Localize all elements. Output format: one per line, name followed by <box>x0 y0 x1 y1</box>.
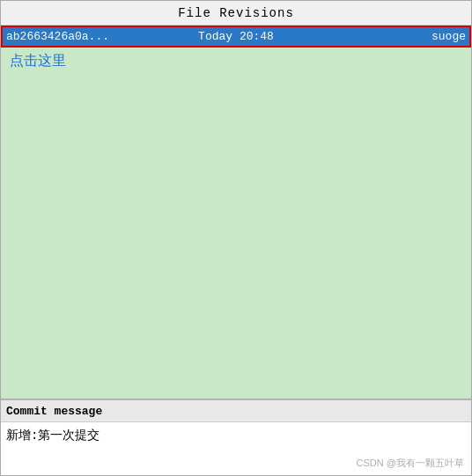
revision-list-area[interactable]: ab2663426a0a... Today 20:48 suoge 点击这里 <box>1 26 471 399</box>
window-title: File Revisions <box>178 6 294 20</box>
commit-header: Commit message <box>1 400 471 422</box>
watermark-label: CSDN @我有一颗五叶草 <box>357 457 464 470</box>
revision-author: suoge <box>313 30 466 43</box>
revision-date: Today 20:48 <box>159 30 313 43</box>
click-hint-label: 点击这里 <box>10 52 66 70</box>
title-bar: File Revisions <box>1 1 471 26</box>
file-revisions-window: File Revisions ab2663426a0a... Today 20:… <box>0 0 472 476</box>
revision-hash: ab2663426a0a... <box>6 30 159 43</box>
commit-section-wrapper: Commit message 新增:第一次提交 CSDN @我有一颗五叶草 <box>1 399 471 475</box>
revision-row[interactable]: ab2663426a0a... Today 20:48 suoge <box>1 26 471 48</box>
